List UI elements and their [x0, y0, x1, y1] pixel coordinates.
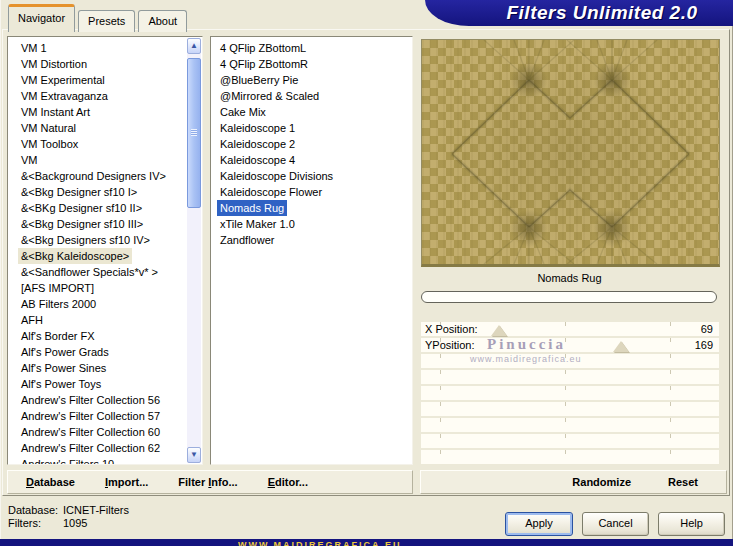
bottom-banner: WWW.MAIDIREGRAFICA.EU — [0, 539, 733, 546]
param-label: X Position: — [425, 322, 478, 336]
param-label: YPosition: — [425, 338, 475, 352]
scroll-up-icon[interactable]: ▲ — [187, 38, 201, 54]
filters-count-value: 1095 — [63, 517, 87, 530]
param-slider-row[interactable] — [421, 402, 719, 416]
category-item[interactable]: AFH — [8, 312, 187, 328]
filter-item[interactable]: Kaleidoscope Flower — [211, 184, 412, 200]
tab[interactable]: Presets — [78, 10, 135, 32]
category-item[interactable]: VM Experimental — [8, 72, 187, 88]
watermark-name: Pinuccia — [487, 336, 566, 353]
category-item[interactable]: &<Sandflower Specials*v* > — [8, 264, 187, 280]
param-value: 169 — [695, 338, 713, 352]
filter-item[interactable]: Zandflower — [211, 232, 412, 248]
filter-item[interactable]: Kaleidoscope 1 — [211, 120, 412, 136]
filter-item[interactable]: xTile Maker 1.0 — [211, 216, 412, 232]
toolbar-button[interactable]: Randomize — [572, 476, 631, 488]
param-slider-row[interactable] — [421, 450, 719, 464]
category-item[interactable]: Alf's Border FX — [8, 328, 187, 344]
toolbar-button[interactable]: Import... — [105, 476, 148, 488]
randomize-toolbar: Randomize Reset — [420, 470, 727, 494]
category-scrollbar[interactable]: ▲ ▼ — [187, 38, 201, 463]
toolbar-button[interactable]: Editor... — [268, 476, 308, 488]
category-item[interactable]: AB Filters 2000 — [8, 296, 187, 312]
category-item[interactable]: Andrew's Filter Collection 57 — [8, 408, 187, 424]
toolbar-button[interactable]: Database — [26, 476, 75, 488]
scroll-down-icon[interactable]: ▼ — [187, 447, 201, 463]
param-slider-row[interactable] — [421, 418, 719, 432]
category-item[interactable]: &<Bkg Designer sf10 III> — [8, 216, 187, 232]
kaleidoscope-pattern — [422, 40, 719, 264]
category-item[interactable]: &<Bkg Kaleidoscope> — [8, 248, 187, 264]
tab-strip: Navigator Presets About — [8, 4, 187, 32]
category-item[interactable]: Andrew's Filter Collection 62 — [8, 440, 187, 456]
watermark-url: www.maidiregrafica.eu — [470, 354, 582, 364]
category-item[interactable]: [AFS IMPORT] — [8, 280, 187, 296]
slider-thumb[interactable] — [491, 325, 507, 336]
filter-list[interactable]: 4 QFlip ZBottomL 4 QFlip ZBottomR @BlueB… — [210, 36, 413, 465]
filter-item[interactable]: @BlueBerry Pie — [211, 72, 412, 88]
category-item[interactable]: Andrew's Filters 10 — [8, 456, 187, 465]
category-item[interactable]: VM Natural — [8, 120, 187, 136]
category-item[interactable]: VM — [8, 152, 187, 168]
tab[interactable]: About — [138, 10, 187, 32]
filters-count-label: Filters: — [8, 517, 63, 530]
database-label: Database: — [8, 504, 63, 517]
toolbar-button[interactable]: Reset — [668, 476, 698, 488]
param-slider-row[interactable] — [421, 434, 719, 448]
selected-filter-name: Nomads Rug — [421, 272, 718, 284]
category-item[interactable]: Alf's Power Grads — [8, 344, 187, 360]
category-item[interactable]: VM Extravaganza — [8, 88, 187, 104]
cancel-button[interactable]: Cancel — [582, 512, 649, 536]
help-button[interactable]: Help — [658, 512, 725, 536]
filter-item[interactable]: 4 QFlip ZBottomR — [211, 56, 412, 72]
category-item[interactable]: Alf's Power Toys — [8, 376, 187, 392]
category-item[interactable]: Andrew's Filter Collection 60 — [8, 424, 187, 440]
parameter-panel: X Position: 69 YPosition: 169 — [421, 322, 719, 466]
apply-button[interactable]: Apply — [505, 512, 573, 536]
param-slider-row[interactable] — [421, 386, 719, 400]
param-slider-row[interactable]: X Position: 69 — [421, 322, 719, 336]
status-block: Database: ICNET-Filters Filters: 1095 — [8, 504, 129, 530]
filter-item[interactable]: Kaleidoscope 2 — [211, 136, 412, 152]
filter-item[interactable]: 4 QFlip ZBottomL — [211, 40, 412, 56]
category-item[interactable]: VM Instant Art — [8, 104, 187, 120]
bottom-watermark-text: WWW.MAIDIREGRAFICA.EU — [238, 540, 578, 546]
category-item[interactable]: &<Bkg Designers sf10 IV> — [8, 232, 187, 248]
filter-item[interactable]: @Mirrored & Scaled — [211, 88, 412, 104]
category-item[interactable]: Andrew's Filter Collection 56 — [8, 392, 187, 408]
filter-item[interactable]: Nomads Rug — [211, 200, 412, 216]
scrollbar-grip — [191, 129, 197, 136]
param-slider-row[interactable]: YPosition: 169 — [421, 338, 719, 352]
filter-item[interactable]: Kaleidoscope Divisions — [211, 168, 412, 184]
slider-thumb[interactable] — [613, 341, 629, 352]
param-value: 69 — [701, 322, 713, 336]
tab[interactable]: Navigator — [8, 4, 75, 32]
category-item[interactable]: VM Distortion — [8, 56, 187, 72]
database-toolbar: Database Import... Filter Info... Editor… — [7, 470, 413, 494]
title-banner: Filters Unlimited 2.0 — [425, 0, 733, 26]
category-item[interactable]: VM Toolbox — [8, 136, 187, 152]
category-list[interactable]: VM 1 VM Distortion VM Experimental VM Ex… — [7, 36, 203, 465]
category-item[interactable]: &<Background Designers IV> — [8, 168, 187, 184]
scrollbar-thumb[interactable] — [187, 58, 201, 208]
filters-unlimited-dialog: Navigator Presets About Filters Unlimite… — [0, 0, 733, 546]
progress-bar — [421, 291, 717, 303]
category-item[interactable]: &<BKg Designer sf10 II> — [8, 200, 187, 216]
toolbar-button[interactable]: Filter Info... — [178, 476, 237, 488]
database-value: ICNET-Filters — [63, 504, 129, 517]
category-item[interactable]: VM 1 — [8, 40, 187, 56]
category-item[interactable]: &<Bkg Designer sf10 I> — [8, 184, 187, 200]
param-slider-row[interactable] — [421, 370, 719, 384]
app-title: Filters Unlimited 2.0 — [425, 0, 733, 25]
category-item[interactable]: Alf's Power Sines — [8, 360, 187, 376]
filter-item[interactable]: Cake Mix — [211, 104, 412, 120]
filter-preview-image — [421, 39, 720, 267]
filter-item[interactable]: Kaleidoscope 4 — [211, 152, 412, 168]
